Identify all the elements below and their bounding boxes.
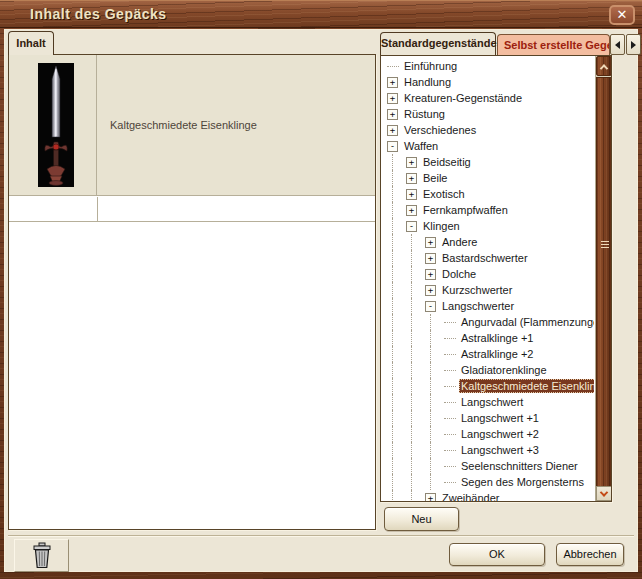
tree-item-label[interactable]: Beidseitig — [421, 155, 473, 169]
tree-item[interactable]: Seelenschnitters Diener — [383, 458, 594, 474]
tree-item[interactable]: Segen des Morgensterns — [383, 474, 594, 490]
tree-connector — [406, 362, 425, 378]
close-icon[interactable]: ✕ — [609, 5, 635, 25]
tree-item[interactable]: Angurvadal (Flammenzunge) — [383, 314, 594, 330]
expand-plus-icon[interactable]: + — [406, 189, 417, 200]
tree-connector — [387, 314, 406, 330]
expand-plus-icon[interactable]: + — [387, 93, 398, 104]
ok-button[interactable]: OK — [449, 543, 545, 566]
tree-item-label[interactable]: Waffen — [402, 139, 440, 153]
tree-item[interactable]: +Verschiedenes — [383, 122, 594, 138]
tree-connector — [444, 386, 456, 387]
tree-item-label[interactable]: Verschiedenes — [402, 123, 478, 137]
expand-plus-icon[interactable]: + — [387, 125, 398, 136]
tree-item-label[interactable]: Andere — [440, 235, 479, 249]
tree-item-label[interactable]: Zweihänder — [440, 491, 501, 501]
tab-standardgegenstaende[interactable]: Standardgegenstände — [380, 32, 496, 55]
tree-item-label[interactable]: Langschwert +1 — [459, 411, 541, 425]
expand-plus-icon[interactable]: + — [406, 173, 417, 184]
tree-item-label[interactable]: Einführung — [402, 59, 459, 73]
expand-plus-icon[interactable]: + — [406, 205, 417, 216]
tree-item-label[interactable]: Langschwert +2 — [459, 427, 541, 441]
expand-plus-icon[interactable]: + — [387, 109, 398, 120]
tree-item[interactable]: -Waffen — [383, 138, 594, 154]
tree-item[interactable]: Einführung — [383, 58, 594, 74]
tree-item[interactable]: Langschwert — [383, 394, 594, 410]
tree-item-label[interactable]: Dolche — [440, 267, 478, 281]
tree-item[interactable]: +Bastardschwerter — [383, 250, 594, 266]
tree-item[interactable]: +Beile — [383, 170, 594, 186]
tree-item[interactable]: +Fernkampfwaffen — [383, 202, 594, 218]
scroll-up-icon[interactable] — [596, 56, 612, 76]
tree-item[interactable]: Kaltgeschmiedete Eisenklinge — [383, 378, 594, 394]
expand-plus-icon[interactable]: + — [387, 77, 398, 88]
tree-item-label[interactable]: Kaltgeschmiedete Eisenklinge — [459, 379, 594, 393]
tree-item-label[interactable]: Langschwert — [459, 395, 525, 409]
scrollbar-grip-icon — [601, 241, 609, 249]
tree-connector — [387, 442, 406, 458]
tree-item[interactable]: +Exotisch — [383, 186, 594, 202]
tree-item-label[interactable]: Exotisch — [421, 187, 467, 201]
tree-item-label[interactable]: Kreaturen-Gegenstände — [402, 91, 524, 105]
tree-item-label[interactable]: Fernkampfwaffen — [421, 203, 510, 217]
tree-item-label[interactable]: Angurvadal (Flammenzunge) — [459, 315, 594, 329]
expand-plus-icon[interactable]: + — [406, 157, 417, 168]
tree-item[interactable]: +Beidseitig — [383, 154, 594, 170]
new-button[interactable]: Neu — [384, 507, 459, 531]
tree-connector — [387, 66, 399, 67]
tree-item-label[interactable]: Klingen — [421, 219, 462, 233]
expand-plus-icon[interactable]: + — [425, 493, 436, 502]
expand-plus-icon[interactable]: + — [425, 253, 436, 264]
tree-item[interactable]: Gladiatorenklinge — [383, 362, 594, 378]
tree-item-label[interactable]: Langschwert +3 — [459, 443, 541, 457]
tree-item-label[interactable]: Astralklinge +2 — [459, 347, 535, 361]
collapse-minus-icon[interactable]: - — [406, 221, 417, 232]
tree-connector — [406, 426, 425, 442]
tree-item[interactable]: Langschwert +2 — [383, 426, 594, 442]
tree-item[interactable]: +Andere — [383, 234, 594, 250]
cancel-button[interactable]: Abbrechen — [556, 543, 624, 566]
tree-item-label[interactable]: Beile — [421, 171, 449, 185]
scroll-tabs-right-icon[interactable] — [626, 34, 641, 55]
tree-item-label[interactable]: Seelenschnitters Diener — [459, 459, 580, 473]
tree-item[interactable]: Langschwert +3 — [383, 442, 594, 458]
inventory-empty-row[interactable] — [9, 197, 375, 222]
tree-item[interactable]: -Langschwerter — [383, 298, 594, 314]
tree-scrollbar[interactable] — [595, 56, 611, 501]
tree-item[interactable]: -Klingen — [383, 218, 594, 234]
tree-item[interactable]: +Dolche — [383, 266, 594, 282]
expand-plus-icon[interactable]: + — [425, 269, 436, 280]
tree-item[interactable]: +Kreaturen-Gegenstände — [383, 90, 594, 106]
tab-selbst-erstellte-gegenstaende[interactable]: Selbst erstellte Geger — [497, 34, 610, 55]
scroll-tabs-left-icon[interactable] — [610, 34, 625, 55]
dialog-window: Inhalt des Gepäcks ✕ Inhalt — [0, 0, 642, 579]
tree-item[interactable]: Astralklinge +2 — [383, 346, 594, 362]
tree-item-label[interactable]: Rüstung — [402, 107, 447, 121]
tree: Einführung+Handlung+Kreaturen-Gegenständ… — [383, 58, 594, 501]
tree-item-label[interactable]: Bastardschwerter — [440, 251, 530, 265]
tree-connector — [444, 466, 456, 467]
tree-item-label[interactable]: Astralklinge +1 — [459, 331, 535, 345]
tree-connector — [425, 346, 444, 362]
tree-item-label[interactable]: Segen des Morgensterns — [459, 475, 586, 489]
collapse-minus-icon[interactable]: - — [387, 141, 398, 152]
tree-item[interactable]: Astralklinge +1 — [383, 330, 594, 346]
scroll-down-icon[interactable] — [596, 486, 612, 501]
collapse-minus-icon[interactable]: - — [425, 301, 436, 312]
expand-plus-icon[interactable]: + — [425, 285, 436, 296]
tree-item-label[interactable]: Langschwerter — [440, 299, 516, 313]
tree-item-label[interactable]: Gladiatorenklinge — [459, 363, 549, 377]
delete-button[interactable] — [14, 539, 69, 572]
tree-item[interactable]: +Handlung — [383, 74, 594, 90]
titlebar[interactable]: Inhalt des Gepäcks ✕ — [0, 0, 642, 28]
tree-item[interactable]: Langschwert +1 — [383, 410, 594, 426]
tab-inhalt[interactable]: Inhalt — [8, 31, 54, 55]
scrollbar-thumb[interactable] — [596, 77, 612, 502]
tree-item-label[interactable]: Kurzschwerter — [440, 283, 514, 297]
tree-item-label[interactable]: Handlung — [402, 75, 453, 89]
tree-item[interactable]: +Kurzschwerter — [383, 282, 594, 298]
tree-item[interactable]: +Zweihänder — [383, 490, 594, 501]
tree-item[interactable]: +Rüstung — [383, 106, 594, 122]
expand-plus-icon[interactable]: + — [425, 237, 436, 248]
inventory-row[interactable]: Kaltgeschmiedete Eisenklinge — [9, 55, 375, 196]
